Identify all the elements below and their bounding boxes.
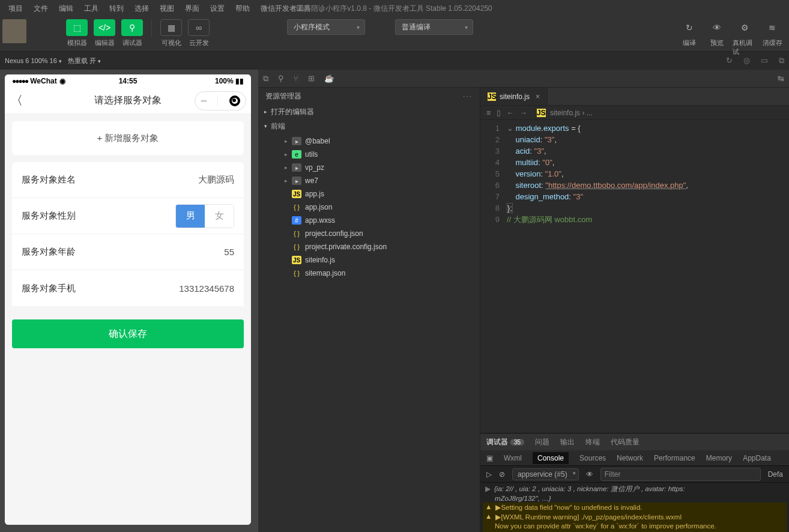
menu-settings[interactable]: 设置 — [205, 1, 229, 16]
realdebug-button[interactable]: ⚙真机调试 — [733, 19, 757, 56]
tab-network[interactable]: Network — [617, 454, 643, 462]
gender-female-button[interactable]: 女 — [205, 205, 234, 228]
row-gender: 服务对象性别 男 女 — [12, 198, 244, 234]
dbg-tab-debugger[interactable]: 调试器35 — [486, 437, 524, 447]
search-icon[interactable]: ⚲ — [278, 74, 284, 83]
mode-select[interactable]: 小程序模式 — [287, 19, 365, 35]
gender-male-button[interactable]: 男 — [176, 205, 205, 228]
git-icon[interactable]: ⑂ — [294, 74, 298, 83]
inspect-icon[interactable]: ▣ — [486, 454, 493, 462]
dock-icon[interactable]: ⧉ — [779, 56, 784, 65]
form: 服务对象姓名 大鹏源码 服务对象性别 男 女 服务对象年龄 55 — [12, 162, 244, 306]
signal-icon: ●●●●● — [12, 77, 28, 85]
console-play-icon[interactable]: ▷ — [486, 470, 492, 479]
console-line: mZoJ8rg/132", …} — [483, 494, 787, 503]
file-app-js[interactable]: JSapp.js — [258, 187, 480, 201]
console-clear-icon[interactable]: ⊘ — [499, 470, 505, 479]
label-age: 服务对象年龄 — [22, 246, 76, 258]
file-app-wxss[interactable]: #app.wxss — [258, 214, 480, 227]
files-icon[interactable]: ⧉ — [263, 74, 268, 83]
simulator-button[interactable]: ⬚模拟器 — [65, 19, 89, 47]
wifi-icon: ◉ — [59, 77, 65, 85]
value-name[interactable]: 大鹏源码 — [198, 174, 234, 186]
avatar[interactable] — [2, 19, 26, 43]
device-icon[interactable]: ▭ — [761, 56, 768, 65]
console-eye-icon[interactable]: 👁 — [586, 470, 593, 479]
save-button[interactable]: 确认保存 — [12, 319, 244, 348]
file-sitemap[interactable]: { }sitemap.json — [258, 267, 480, 280]
menu-goto[interactable]: 转到 — [104, 1, 128, 16]
menubar: 项目 文件 编辑 工具 转到 选择 视图 界面 设置 帮助 微信开发者工具 嘀嗒… — [0, 0, 789, 17]
capsule-divider — [217, 95, 218, 106]
app-navbar: 〈 请选择服务对象 ••• — [5, 88, 251, 114]
compile-button[interactable]: ↻编译 — [677, 19, 701, 56]
value-age[interactable]: 55 — [224, 247, 234, 257]
tab-console[interactable]: Console — [533, 452, 569, 464]
menu-tools[interactable]: 工具 — [79, 1, 103, 16]
back-icon[interactable]: 〈 — [11, 92, 23, 109]
capsule: ••• — [195, 91, 246, 110]
editor-button[interactable]: </>编辑器 — [92, 19, 116, 47]
tab-siteinfo[interactable]: JSsiteinfo.js× — [480, 88, 548, 105]
folder-babel[interactable]: ▸▸@babel — [258, 135, 480, 148]
bc-fwd-icon[interactable]: → — [520, 109, 527, 117]
visual-label: 可视化 — [162, 38, 181, 47]
capsule-menu-icon[interactable]: ••• — [201, 97, 207, 105]
console-scope-select[interactable]: appservice (#5) — [512, 468, 579, 480]
capsule-close-icon[interactable] — [229, 95, 240, 106]
dbg-tab-issues[interactable]: 问题 — [535, 437, 549, 447]
menu-edit[interactable]: 编辑 — [54, 1, 78, 16]
file-siteinfo[interactable]: JSsiteinfo.js — [258, 253, 480, 267]
bc-gutter-icon[interactable]: ≡ — [486, 109, 491, 117]
tab-appdata[interactable]: AppData — [743, 454, 771, 462]
collapse-icon[interactable]: ↹ — [778, 74, 784, 83]
console-default[interactable]: Defa — [768, 470, 783, 479]
console-warn: Now you can provide attr `wx:key` for a … — [483, 522, 787, 530]
file-project-config[interactable]: { }project.config.json — [258, 227, 480, 240]
debugger-button[interactable]: ⚲调试器 — [120, 19, 144, 47]
folder-we7[interactable]: ▸▸we7 — [258, 174, 480, 187]
refresh-icon[interactable]: ↻ — [726, 56, 733, 65]
separator — [151, 19, 152, 37]
bc-bookmark-icon[interactable]: ▯ — [497, 109, 501, 117]
menu-interface[interactable]: 界面 — [180, 1, 204, 16]
editor-toolbar: ⧉ ⚲ ⑂ ⊞ ☕ ↹ — [258, 70, 789, 88]
value-phone[interactable]: 13312345678 — [179, 283, 234, 294]
menu-project[interactable]: 项目 — [4, 1, 28, 16]
tab-wxml[interactable]: Wxml — [504, 454, 522, 462]
folder-utils[interactable]: ▸eutils — [258, 148, 480, 161]
dbg-tab-terminal[interactable]: 终端 — [585, 437, 600, 447]
open-editors-section[interactable]: ▸打开的编辑器 — [258, 104, 480, 119]
dbg-tab-quality[interactable]: 代码质量 — [611, 437, 639, 447]
compile-select[interactable]: 普通编译 — [395, 19, 473, 35]
add-target-button[interactable]: + 新增服务对象 — [12, 121, 244, 155]
cup-icon[interactable]: ☕ — [324, 74, 334, 83]
dbg-tab-output[interactable]: 输出 — [560, 437, 575, 447]
preview-button[interactable]: 👁预览 — [705, 19, 729, 56]
root-section[interactable]: ▾前端 — [258, 119, 480, 133]
tab-memory[interactable]: Memory — [706, 454, 732, 462]
hot-reload-toggle[interactable]: 热重载 开 ▾ — [68, 56, 101, 65]
menu-help[interactable]: 帮助 — [231, 1, 255, 16]
file-project-private[interactable]: { }project.private.config.json — [258, 240, 480, 253]
menu-file[interactable]: 文件 — [29, 1, 53, 16]
menu-select[interactable]: 选择 — [130, 1, 154, 16]
clearcache-button[interactable]: ≋清缓存 — [760, 19, 784, 56]
folder-vppz[interactable]: ▸▸vp_pz — [258, 161, 480, 174]
page-title: 请选择服务对象 — [94, 94, 162, 107]
console-filter-input[interactable]: Filter — [600, 468, 761, 481]
explorer-title: 资源管理器 — [265, 91, 301, 101]
device-select[interactable]: Nexus 6 100% 16 ▾ — [5, 57, 62, 64]
code-editor[interactable]: 1 2 3 4 5 6 7 8 9 ⌄ module.exports = { u… — [480, 120, 789, 433]
visual-button[interactable]: ▦可视化 — [159, 19, 183, 47]
target-icon[interactable]: ◎ — [743, 56, 750, 65]
menu-view[interactable]: 视图 — [155, 1, 179, 16]
tab-close-icon[interactable]: × — [536, 92, 540, 101]
ext-icon[interactable]: ⊞ — [308, 74, 315, 83]
explorer-more-icon[interactable]: ··· — [463, 92, 473, 100]
cloud-button[interactable]: ∞云开发 — [187, 19, 211, 47]
tab-sources[interactable]: Sources — [579, 454, 606, 462]
tab-performance[interactable]: Performance — [654, 454, 695, 462]
bc-back-icon[interactable]: ← — [507, 109, 514, 117]
file-app-json[interactable]: { }app.json — [258, 201, 480, 214]
